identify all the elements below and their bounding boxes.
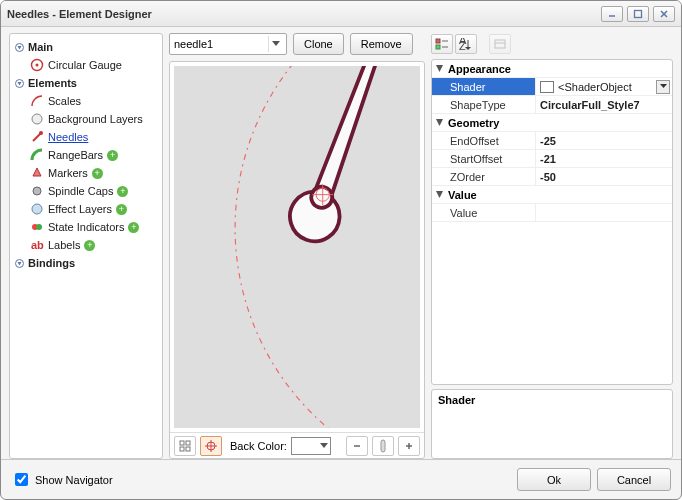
pg-category-appearance[interactable]: Appearance [432, 60, 672, 78]
svg-rect-47 [495, 40, 505, 48]
needle-selector-dropdown[interactable]: needle1 [169, 33, 287, 55]
tree-item-background-layers[interactable]: Background Layers [12, 110, 160, 128]
pg-row-shader[interactable]: Shader <ShaderObject [432, 78, 672, 96]
pg-row-shapetype[interactable]: ShapeType CircularFull_Style7 [432, 96, 672, 114]
preview-canvas[interactable] [174, 66, 420, 428]
effect-icon [30, 202, 44, 216]
svg-marker-46 [465, 47, 471, 50]
tree-group-bindings[interactable]: Bindings [12, 254, 160, 272]
backcolor-label: Back Color: [230, 440, 287, 452]
maximize-button[interactable] [627, 6, 649, 22]
collapse-icon [14, 78, 24, 88]
svg-marker-5 [17, 46, 21, 50]
pg-prop-name: Shader [432, 78, 536, 95]
button-label: Ok [547, 474, 561, 486]
categorized-view-button[interactable] [431, 34, 453, 54]
show-navigator-checkbox[interactable]: Show Navigator [11, 470, 113, 489]
add-icon[interactable]: + [116, 204, 127, 215]
add-icon[interactable]: + [128, 222, 139, 233]
tree-item-label: Scales [48, 95, 81, 107]
add-icon[interactable]: + [92, 168, 103, 179]
tree-item-effect-layers[interactable]: Effect Layers + [12, 200, 160, 218]
tree-group-elements[interactable]: Elements [12, 74, 160, 92]
tree-item-state-indicators[interactable]: State Indicators + [12, 218, 160, 236]
window: Needles - Element Designer Main Circular… [0, 0, 682, 500]
tree-item-markers[interactable]: Markers + [12, 164, 160, 182]
spindle-icon [30, 184, 44, 198]
property-grid[interactable]: Appearance Shader <ShaderObject ShapeTyp… [431, 59, 673, 385]
pg-prop-value[interactable]: <ShaderObject [536, 78, 672, 95]
svg-marker-9 [17, 82, 21, 86]
pg-prop-name: Value [432, 204, 536, 221]
dialog-footer: Show Navigator Ok Cancel [1, 459, 681, 499]
svg-text:Z: Z [459, 40, 466, 50]
remove-button[interactable]: Remove [350, 33, 413, 55]
clone-button[interactable]: Clone [293, 33, 344, 55]
tree-item-label: State Indicators [48, 221, 124, 233]
tree-item-needles[interactable]: Needles [12, 128, 160, 146]
chevron-down-icon [320, 443, 328, 449]
cancel-button[interactable]: Cancel [597, 468, 671, 491]
tree-item-labels[interactable]: abc Labels + [12, 236, 160, 254]
add-icon[interactable]: + [84, 240, 95, 251]
pg-row-endoffset[interactable]: EndOffset -25 [432, 132, 672, 150]
tree-item-circular-gauge[interactable]: Circular Gauge [12, 56, 160, 74]
zoom-in-button[interactable] [398, 436, 420, 456]
ok-button[interactable]: Ok [517, 468, 591, 491]
navigator-tree[interactable]: Main Circular Gauge Elements Scales Back… [9, 33, 163, 459]
collapse-icon [432, 64, 446, 73]
add-icon[interactable]: + [107, 150, 118, 161]
minimize-button[interactable] [601, 6, 623, 22]
pg-category-label: Appearance [446, 63, 511, 75]
pg-prop-value[interactable] [536, 204, 672, 221]
pg-category-label: Value [446, 189, 477, 201]
svg-point-17 [36, 224, 42, 230]
pg-prop-value[interactable]: -25 [536, 132, 672, 149]
alphabetical-view-button[interactable]: AZ [455, 34, 477, 54]
tree-group-main[interactable]: Main [12, 38, 160, 56]
grid-toggle-button[interactable] [174, 436, 196, 456]
pg-prop-name: ZOrder [432, 168, 536, 185]
tree-item-scales[interactable]: Scales [12, 92, 160, 110]
labels-icon: abc [30, 238, 44, 252]
svg-point-10 [32, 114, 42, 124]
svg-point-15 [32, 204, 42, 214]
button-label: Cancel [617, 474, 651, 486]
show-navigator-input[interactable] [15, 473, 28, 486]
tree-item-label: Background Layers [48, 113, 143, 125]
property-description-panel: Shader [431, 389, 673, 459]
zoom-out-button[interactable] [346, 436, 368, 456]
pg-prop-value[interactable]: -21 [536, 150, 672, 167]
pg-category-geometry[interactable]: Geometry [432, 114, 672, 132]
pg-row-zorder[interactable]: ZOrder -50 [432, 168, 672, 186]
svg-rect-1 [635, 10, 642, 17]
tree-item-label: Spindle Caps [48, 185, 113, 197]
tree-item-rangebars[interactable]: RangeBars + [12, 146, 160, 164]
pg-row-startoffset[interactable]: StartOffset -21 [432, 150, 672, 168]
pg-prop-value[interactable]: -50 [536, 168, 672, 185]
add-icon[interactable]: + [117, 186, 128, 197]
svg-marker-21 [272, 41, 280, 46]
pg-prop-name: EndOffset [432, 132, 536, 149]
zoom-slider-button[interactable] [372, 436, 394, 456]
pg-prop-value[interactable]: CircularFull_Style7 [536, 96, 672, 113]
close-button[interactable] [653, 6, 675, 22]
gauge-icon [30, 58, 44, 72]
svg-marker-13 [33, 168, 41, 176]
scales-icon [30, 94, 44, 108]
tree-item-label: Needles [48, 131, 88, 143]
tree-item-spindle-caps[interactable]: Spindle Caps + [12, 182, 160, 200]
marker-icon [30, 166, 44, 180]
svg-marker-49 [436, 65, 443, 72]
tree-item-label: RangeBars [48, 149, 103, 161]
needle-icon [30, 130, 44, 144]
backcolor-picker[interactable] [291, 437, 331, 455]
svg-rect-39 [436, 39, 440, 43]
tree-item-label: Labels [48, 239, 80, 251]
svg-marker-34 [320, 443, 328, 448]
pg-category-value[interactable]: Value [432, 186, 672, 204]
crosshair-toggle-button[interactable] [200, 436, 222, 456]
chevron-down-icon[interactable] [656, 80, 670, 94]
svg-text:abc: abc [31, 239, 44, 251]
pg-row-value[interactable]: Value [432, 204, 672, 222]
